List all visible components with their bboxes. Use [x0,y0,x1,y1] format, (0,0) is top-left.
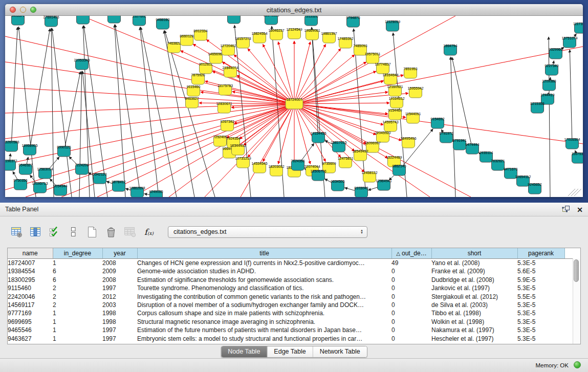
cell-in_degree[interactable]: 1 [53,335,102,343]
cell-title[interactable]: Estimation of significance thresholds fo… [137,276,391,284]
cell-out_de[interactable]: 0 [391,293,431,301]
cell-in_degree[interactable]: 1 [53,326,102,334]
column-header-name[interactable]: name [8,248,53,259]
cell-short[interactable]: Dudbridge et al. (2008) [431,276,517,284]
cell-short[interactable]: Tibbo et al. (1998) [431,309,517,317]
tab-edge-table[interactable]: Edge Table [267,346,313,357]
minimize-button[interactable] [20,7,26,13]
graph-node[interactable] [228,16,241,24]
cell-short[interactable]: de Silva et al. (2003) [431,301,517,309]
cell-title[interactable]: Genome-wide association studies in ADHD. [137,267,391,275]
table-panel-header[interactable]: Table Panel ✕ [0,203,588,216]
table-row[interactable]: 2242004622012Investigating the contribut… [8,293,573,301]
cell-year[interactable]: 2012 [102,293,137,301]
table-scrollbar[interactable] [573,258,580,344]
cell-name[interactable]: 19384554 [8,267,53,275]
cell-pagerank[interactable]: 5.9E-5 [517,276,564,284]
cell-in_degree[interactable]: 6 [53,276,102,284]
table-row[interactable]: 969969511998Structural magnetic resonanc… [8,318,573,326]
cell-out_de[interactable]: 0 [391,284,431,292]
cell-short[interactable]: Jankovic et al. (1997) [431,284,517,292]
table-row[interactable]: 1872400712008Changes of HCN gene express… [8,259,573,268]
cell-in_degree[interactable]: 2 [53,293,102,301]
table-settings-button[interactable] [9,225,24,239]
cell-year[interactable]: 1998 [102,309,137,317]
cell-year[interactable]: 1997 [102,326,137,334]
cell-name[interactable]: 9699695 [8,318,53,326]
cell-out_de[interactable]: 0 [391,267,431,275]
cell-name[interactable]: 18300295 [8,276,53,284]
cell-title[interactable]: Investigating the contribution of common… [137,293,391,301]
tab-node-table[interactable]: Node Table [221,346,267,357]
cell-pagerank[interactable]: 5.3E-5 [517,309,564,317]
window-resize-grip[interactable] [574,189,581,196]
cell-pagerank[interactable]: 5.3E-5 [517,259,564,268]
cell-title[interactable]: Structural magnetic resonance image aver… [137,318,391,326]
import-table-button[interactable] [123,225,137,239]
show-columns-button[interactable] [28,225,42,239]
window-resize-grip[interactable] [568,189,575,196]
cell-name[interactable]: 9777169 [8,309,53,317]
cell-in_degree[interactable]: 1 [53,309,102,317]
table-row[interactable]: 911546021997Tourette syndrome. Phenomeno… [8,284,573,292]
graph-node[interactable] [77,16,90,24]
table-row[interactable]: 977716911998Corpus callosum shape and si… [8,309,573,317]
graph-node[interactable] [265,16,278,25]
column-header-title[interactable]: title [137,248,391,259]
cell-out_de[interactable]: 0 [391,326,431,334]
cell-year[interactable]: 2003 [102,301,137,309]
cell-short[interactable]: Wolkin et al. (1998) [431,318,517,326]
cell-pagerank[interactable]: 5.3E-5 [517,301,564,309]
cell-year[interactable]: 1998 [102,318,137,326]
table-row[interactable]: 1938455462009Genome-wide association stu… [8,267,573,275]
cell-out_de[interactable]: 0 [391,309,431,317]
cell-name[interactable]: 14569117 [8,301,53,309]
cell-name[interactable]: 9463627 [8,335,53,343]
cell-name[interactable]: 9115460 [8,284,53,292]
select-columns-button[interactable] [47,225,61,239]
cell-out_de[interactable]: 0 [391,318,431,326]
cell-year[interactable]: 2008 [102,276,137,284]
cell-name[interactable]: 22420046 [8,293,53,301]
column-header-year[interactable]: year [102,248,137,259]
cell-title[interactable]: Tourette syndrome. Phenomenology and cla… [137,284,391,292]
column-header-in_degree[interactable]: in_degree [53,248,102,259]
cell-short[interactable]: Franke et al. (2009) [431,267,517,275]
float-panel-icon[interactable] [562,205,570,214]
cell-pagerank[interactable]: 5.5E-5 [517,293,564,301]
cell-out_de[interactable]: 49 [391,259,431,268]
cell-year[interactable]: 2009 [102,267,137,275]
cell-short[interactable]: Stergiakouli et al. (2012) [431,293,517,301]
cell-short[interactable]: Yano et al. (2008) [431,259,517,268]
cell-title[interactable]: Disruption of a novel member of a sodium… [137,301,391,309]
cell-pagerank[interactable]: 5.3E-5 [517,335,564,343]
cell-name[interactable]: 9465546 [8,326,53,334]
cell-short[interactable]: Hescheler et al. (1997) [431,335,517,343]
column-header-out_de[interactable]: △out_de… [391,248,431,259]
new-table-button[interactable] [85,225,99,239]
function-builder-button[interactable]: f(x) [142,225,156,239]
window-resize-grip[interactable] [571,189,578,196]
cell-title[interactable]: Estimation of the future numbers of pati… [137,326,391,334]
close-button[interactable] [10,7,16,13]
table-row[interactable]: 1830029562008Estimation of significance … [8,276,573,284]
column-header-short[interactable]: short [431,248,517,259]
cell-year[interactable]: 1997 [102,335,137,343]
cell-title[interactable]: Corpus callosum shape and size in male p… [137,309,391,317]
column-header-pagerank[interactable]: pagerank [517,248,564,259]
close-panel-icon[interactable]: ✕ [577,206,583,213]
cell-pagerank[interactable]: 5.3E-5 [517,284,564,292]
cell-in_degree[interactable]: 6 [53,267,102,275]
merge-rows-button[interactable] [66,225,80,239]
cell-pagerank[interactable]: 5.6E-5 [517,267,564,275]
cell-in_degree[interactable]: 2 [53,284,102,292]
network-window-titlebar[interactable]: citations_edges.txt [5,4,583,16]
cell-year[interactable]: 2008 [102,259,137,268]
cell-out_de[interactable]: 0 [391,276,431,284]
table-row[interactable]: 1456911722003Disruption of a novel membe… [8,301,573,309]
cell-title[interactable]: Changes of HCN gene expression and I(f) … [137,259,391,268]
cell-title[interactable]: Embryonic stem cells: a model to study s… [137,335,391,343]
cell-pagerank[interactable]: 5.3E-5 [517,326,564,334]
memory-ok-indicator[interactable] [574,361,581,368]
delete-table-button[interactable] [104,225,118,239]
